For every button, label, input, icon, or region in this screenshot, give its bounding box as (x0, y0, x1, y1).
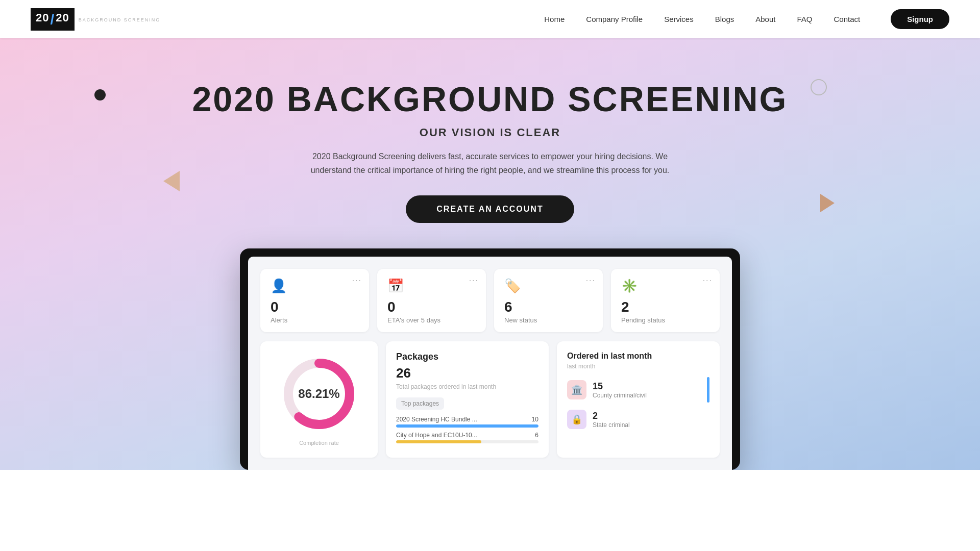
logo-part2: 20 (56, 11, 69, 28)
stat-card-eta: ··· 📅 0 ETA's over 5 days (377, 269, 486, 332)
state-icon: 🔒 (567, 410, 586, 429)
county-info: 15 County criminal/civil (593, 381, 701, 399)
state-info: 2 State criminal (593, 411, 709, 429)
hero-triangle-right (820, 194, 835, 212)
completion-rate-card: 86.21% Completion rate (260, 341, 378, 458)
logo: 20 / 20 BACKGROUND SCREENING (31, 8, 160, 31)
dashboard-mockup: ··· 👤 0 Alerts ··· 📅 0 ETA's over 5 days… (240, 248, 740, 470)
county-bar (707, 377, 709, 403)
nav-company-profile[interactable]: Company Profile (586, 15, 643, 23)
nav-links: Home Company Profile Services Blogs Abou… (544, 9, 949, 29)
hero-title: 2020 BACKGROUND SCREENING (192, 79, 788, 119)
county-icon: 🏛️ (567, 380, 586, 399)
hero-subtitle: OUR VISION IS CLEAR (420, 126, 560, 139)
packages-title: Packages (396, 352, 538, 362)
logo-sub: BACKGROUND SCREENING (79, 17, 161, 22)
stat-card-new-status: ··· 🏷️ 6 New status (494, 269, 603, 332)
logo-box: 20 / 20 (31, 8, 75, 31)
pkg-fill-2 (396, 440, 481, 443)
hero-triangle-left (163, 171, 180, 191)
ordered-card: Ordered in last month last month 🏛️ 15 C… (557, 341, 720, 458)
more-options-alerts[interactable]: ··· (352, 276, 362, 285)
top-packages-label: Top packages (396, 397, 444, 410)
more-options-eta[interactable]: ··· (469, 276, 479, 285)
alert-icon: 👤 (271, 278, 359, 294)
packages-count: 26 (396, 365, 538, 381)
signup-button[interactable]: Signup (891, 9, 949, 29)
alerts-number: 0 (271, 299, 359, 315)
dashboard-inner: ··· 👤 0 Alerts ··· 📅 0 ETA's over 5 days… (248, 257, 732, 470)
county-count: 15 (593, 381, 701, 392)
ordered-item-county: 🏛️ 15 County criminal/civil (567, 377, 709, 403)
eta-number: 0 (387, 299, 476, 315)
more-options-pending[interactable]: ··· (703, 276, 713, 285)
stat-card-pending: ··· ✳️ 2 Pending status (611, 269, 720, 332)
pkg-row-1: 2020 Screening HC Bundle ... 10 (396, 416, 538, 428)
packages-subtitle: Total packages ordered in last month (396, 383, 538, 390)
nav-faq[interactable]: FAQ (797, 15, 812, 23)
hero-circle-light (811, 79, 827, 95)
logo-slash: / (50, 11, 55, 28)
more-options-new-status[interactable]: ··· (586, 276, 596, 285)
alerts-label: Alerts (271, 316, 359, 324)
pkg-track-2 (396, 440, 538, 443)
nav-blogs[interactable]: Blogs (715, 15, 734, 23)
donut-center: 86.21% (298, 387, 339, 401)
nav-home[interactable]: Home (544, 15, 565, 23)
hero-section: 2020 BACKGROUND SCREENING OUR VISION IS … (0, 38, 980, 470)
pending-label: Pending status (621, 316, 709, 324)
completion-rate-label: Completion rate (299, 440, 339, 446)
bottom-row: 86.21% Completion rate Packages 26 Total… (260, 341, 720, 458)
pkg-label-2: City of Hope and EC10U-10... 6 (396, 432, 538, 439)
pending-number: 2 (621, 299, 709, 315)
hero-dot-dark (94, 89, 106, 101)
ordered-title: Ordered in last month (567, 352, 709, 361)
new-status-label: New status (504, 316, 593, 324)
stat-cards-row: ··· 👤 0 Alerts ··· 📅 0 ETA's over 5 days… (260, 269, 720, 332)
nav-contact[interactable]: Contact (834, 15, 860, 23)
new-status-number: 6 (504, 299, 593, 315)
stat-card-alerts: ··· 👤 0 Alerts (260, 269, 369, 332)
state-count: 2 (593, 411, 709, 421)
pkg-label-1: 2020 Screening HC Bundle ... 10 (396, 416, 538, 423)
packages-card: Packages 26 Total packages ordered in la… (386, 341, 549, 458)
nav-services[interactable]: Services (664, 15, 694, 23)
nav-about[interactable]: About (755, 15, 775, 23)
hero-description: 2020 Background Screening delivers fast,… (296, 149, 684, 177)
donut-chart: 86.21% (278, 353, 360, 435)
state-label: State criminal (593, 421, 709, 429)
navbar: 20 / 20 BACKGROUND SCREENING Home Compan… (0, 0, 980, 38)
eta-icon: 📅 (387, 278, 476, 294)
ordered-item-state: 🔒 2 State criminal (567, 410, 709, 429)
pkg-track-1 (396, 424, 538, 428)
logo-part1: 20 (36, 11, 49, 28)
pkg-row-2: City of Hope and EC10U-10... 6 (396, 432, 538, 443)
new-status-icon: 🏷️ (504, 278, 593, 294)
ordered-subtitle: last month (567, 363, 709, 370)
pkg-fill-1 (396, 424, 538, 428)
donut-percentage: 86.21% (298, 387, 339, 401)
create-account-button[interactable]: CREATE AN ACCOUNT (406, 195, 574, 223)
eta-label: ETA's over 5 days (387, 316, 476, 324)
county-label: County criminal/civil (593, 392, 701, 399)
pending-icon: ✳️ (621, 278, 709, 294)
